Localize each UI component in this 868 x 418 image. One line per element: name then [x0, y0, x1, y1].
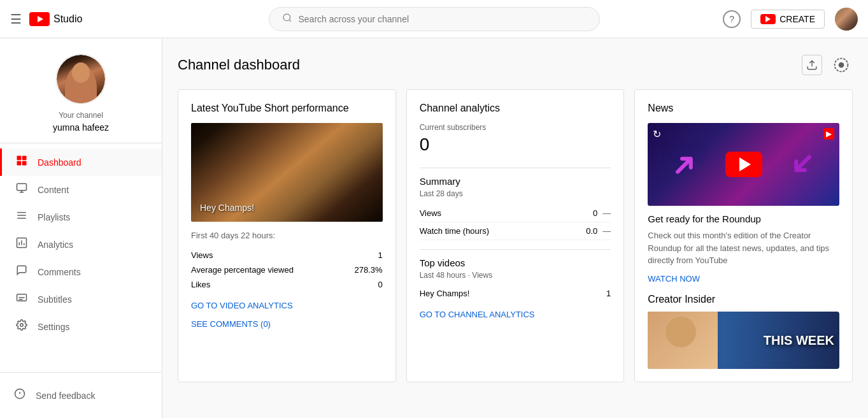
analytics-icon — [15, 237, 29, 252]
divider-1 — [420, 168, 611, 168]
sidebar-item-settings-label: Settings — [38, 322, 70, 332]
sidebar-item-content[interactable]: Content — [0, 176, 162, 203]
send-feedback-label: Send feedback — [36, 391, 95, 401]
analytics-views-dash: — — [602, 208, 611, 218]
news-article-desc: Check out this month's edition of the Cr… — [648, 229, 839, 267]
avatar[interactable] — [835, 8, 858, 31]
svg-rect-5 — [22, 156, 27, 161]
creator-insider-face — [648, 312, 718, 369]
sidebar-item-comments[interactable]: Comments — [0, 258, 162, 285]
subscriber-count: 0 — [420, 134, 611, 155]
content-icon — [15, 182, 29, 197]
top-videos-period: Last 48 hours · Views — [420, 271, 611, 280]
stat-label-avg-viewed: Average percentage viewed — [191, 265, 294, 275]
logo-area: Studio — [29, 12, 82, 26]
svg-point-21 — [20, 324, 24, 327]
sidebar-item-playlists[interactable]: Playlists — [0, 203, 162, 231]
create-camera-icon — [760, 14, 776, 24]
go-to-video-analytics-link[interactable]: GO TO VIDEO ANALYTICS — [191, 301, 383, 310]
news-yt-logo — [725, 152, 762, 177]
live-broadcast-button[interactable] — [830, 54, 853, 76]
news-image: ➜ ➜ ↻ ▶ — [648, 123, 839, 206]
upload-button[interactable] — [802, 55, 822, 75]
see-comments-link[interactable]: SEE COMMENTS (0) — [191, 319, 383, 329]
short-thumbnail-label: Hey Champs! — [200, 203, 254, 213]
your-channel-label: Your channel — [59, 111, 103, 120]
search-icon — [282, 13, 292, 25]
svg-rect-4 — [17, 156, 22, 161]
creator-insider-title: Creator Insider — [648, 294, 839, 305]
sidebar-item-playlists-label: Playlists — [38, 212, 70, 222]
sidebar-profile: Your channel yumna hafeez — [0, 38, 162, 143]
help-icon[interactable]: ? — [723, 10, 741, 28]
page-actions — [802, 54, 853, 76]
page-header: Channel dashboard — [178, 54, 853, 76]
header: ☰ Studio ? CREATE — [0, 0, 868, 38]
profile-avatar-image — [57, 55, 105, 103]
news-refresh-icon: ↻ — [653, 128, 661, 140]
send-feedback-item[interactable]: Send feedback — [13, 383, 149, 408]
analytics-stat-views-value: 0 — — [593, 208, 611, 218]
sidebar-item-settings[interactable]: Settings — [0, 313, 162, 340]
analytics-watchtime-dash: — — [602, 226, 611, 236]
header-center — [150, 7, 718, 31]
search-input[interactable] — [299, 14, 587, 24]
news-title: News — [648, 103, 839, 114]
watch-now-link[interactable]: WATCH NOW — [648, 274, 700, 284]
comments-icon — [15, 264, 29, 279]
sidebar-footer: Send feedback — [0, 372, 162, 418]
sidebar-item-subtitles[interactable]: Subtitles — [0, 285, 162, 313]
top-video-name: Hey Champs! — [420, 289, 470, 298]
this-week-badge: THIS WEEK — [764, 333, 834, 347]
short-meta: First 40 days 22 hours: — [191, 231, 383, 240]
studio-wordmark: Studio — [53, 13, 82, 25]
go-to-channel-analytics-link[interactable]: GO TO CHANNEL ANALYTICS — [420, 310, 611, 319]
stat-row-avg-viewed: Average percentage viewed 278.3% — [191, 263, 383, 277]
header-left: ☰ Studio — [10, 11, 150, 27]
avatar-image — [835, 8, 858, 31]
layout: Your channel yumna hafeez Dashboard Cont… — [0, 38, 868, 418]
top-video-views: 1 — [606, 289, 611, 298]
divider-2 — [420, 249, 611, 250]
sidebar-item-content-label: Content — [38, 185, 69, 195]
summary-period: Last 28 days — [420, 189, 611, 198]
feedback-icon — [13, 388, 27, 403]
create-button[interactable]: CREATE — [751, 10, 825, 29]
svg-point-2 — [283, 14, 290, 21]
profile-avatar[interactable] — [55, 54, 106, 104]
settings-icon — [15, 319, 29, 334]
stat-value-likes: 0 — [378, 280, 382, 289]
sidebar: Your channel yumna hafeez Dashboard Cont… — [0, 38, 162, 418]
top-videos-title: Top videos — [420, 257, 611, 268]
subscribers-label: Current subscribers — [420, 123, 611, 132]
latest-short-card: Latest YouTube Short performance Hey Cha… — [178, 89, 396, 382]
short-stats: Views 1 Average percentage viewed 278.3%… — [191, 248, 383, 292]
summary-title: Summary — [420, 176, 611, 187]
analytics-stat-views: Views 0 — — [420, 205, 611, 222]
stat-label-views: Views — [191, 250, 213, 260]
header-right: ? CREATE — [718, 8, 858, 31]
analytics-stat-watchtime: Watch time (hours) 0.0 — — [420, 222, 611, 240]
hamburger-icon[interactable]: ☰ — [10, 11, 22, 27]
short-thumbnail: Hey Champs! — [191, 123, 383, 222]
svg-point-27 — [839, 62, 844, 68]
main-content: Channel dashboard — [162, 38, 868, 418]
svg-rect-8 — [17, 184, 27, 191]
sidebar-item-dashboard[interactable]: Dashboard — [0, 148, 162, 176]
news-article-title: Get ready for the Roundup — [648, 213, 839, 224]
channel-analytics-card: Channel analytics Current subscribers 0 … — [406, 89, 625, 382]
news-card: News ➜ ➜ ↻ ▶ — [634, 89, 853, 382]
subtitles-icon — [15, 292, 29, 306]
channel-analytics-title: Channel analytics — [420, 103, 611, 114]
top-video-row: Hey Champs! 1 — [420, 286, 611, 301]
page-title: Channel dashboard — [178, 57, 300, 73]
stat-row-likes: Likes 0 — [191, 277, 383, 292]
playlists-icon — [15, 210, 29, 224]
news-image-bg: ➜ ➜ ↻ ▶ — [648, 123, 839, 206]
svg-rect-7 — [22, 161, 27, 166]
stat-label-likes: Likes — [191, 280, 210, 289]
sidebar-nav: Dashboard Content Playlists Analytics — [0, 143, 162, 372]
analytics-stat-views-label: Views — [420, 208, 441, 218]
sidebar-item-analytics[interactable]: Analytics — [0, 231, 162, 258]
search-bar-container — [269, 7, 600, 31]
